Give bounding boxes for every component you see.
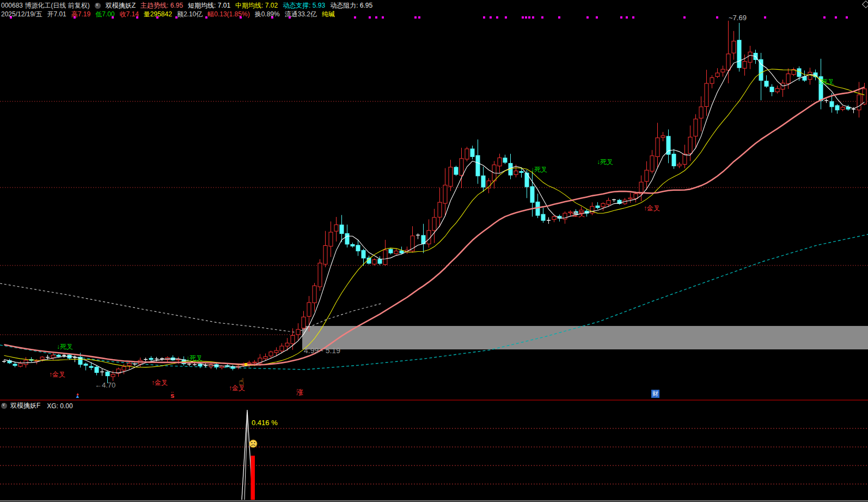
candle xyxy=(171,355,175,361)
candle xyxy=(721,65,725,76)
candle xyxy=(465,147,469,161)
candle xyxy=(334,217,338,241)
candle xyxy=(100,369,104,376)
candle xyxy=(362,249,365,265)
candle xyxy=(688,125,692,161)
candle xyxy=(427,219,431,247)
dynamic-resistance-line xyxy=(0,283,381,332)
candle xyxy=(187,363,191,366)
candle xyxy=(378,256,382,265)
candle xyxy=(323,231,327,268)
candle xyxy=(313,283,316,312)
price-band xyxy=(302,326,868,349)
candle xyxy=(569,210,572,216)
candle xyxy=(775,86,779,94)
candle xyxy=(476,140,480,184)
subpanel-header: 双模擒妖F XG: 0.00 xyxy=(1,401,73,410)
candle xyxy=(2,360,6,363)
candle xyxy=(443,168,447,216)
candle xyxy=(683,145,687,168)
candle xyxy=(421,224,425,253)
app-window: 000683 博源化工(日线 前复权)双模擒妖Z主趋势线: 6.95短期均线: … xyxy=(0,0,868,502)
candle xyxy=(808,68,812,84)
candle xyxy=(579,207,583,216)
candle xyxy=(340,215,344,242)
indicator-icon xyxy=(1,403,7,409)
chart-canvas xyxy=(0,0,868,502)
candle xyxy=(231,365,235,371)
candle xyxy=(8,359,11,364)
candle xyxy=(770,84,774,96)
candle xyxy=(759,53,763,100)
candle xyxy=(824,99,828,103)
candle xyxy=(694,114,698,148)
candle xyxy=(547,217,551,224)
candle xyxy=(792,68,796,76)
candle xyxy=(432,209,436,243)
candle xyxy=(481,167,485,192)
candle xyxy=(144,358,148,361)
candle xyxy=(835,104,839,114)
candle xyxy=(863,83,866,105)
candle xyxy=(656,123,659,167)
candle xyxy=(841,106,845,111)
candle xyxy=(182,356,186,366)
signal-bar xyxy=(251,456,255,500)
candle xyxy=(732,31,736,60)
candle xyxy=(264,354,267,361)
candle xyxy=(318,259,322,291)
candle xyxy=(710,75,714,88)
candle xyxy=(117,367,120,377)
candle xyxy=(661,132,665,141)
candle xyxy=(394,249,398,255)
candle xyxy=(106,371,109,383)
candle xyxy=(509,154,512,179)
candle xyxy=(24,357,28,367)
candle xyxy=(372,258,376,265)
candle xyxy=(95,366,99,376)
candle xyxy=(470,146,474,159)
candle xyxy=(786,68,790,89)
candle xyxy=(846,105,850,111)
candle xyxy=(748,46,752,69)
candle xyxy=(650,150,654,173)
candle xyxy=(84,362,88,370)
candle xyxy=(530,172,534,217)
candle xyxy=(596,202,600,209)
candle xyxy=(672,149,676,168)
candle xyxy=(389,248,393,255)
candle xyxy=(296,323,300,340)
candle xyxy=(667,129,670,163)
candle xyxy=(705,70,708,116)
candle xyxy=(781,80,785,97)
candle xyxy=(857,82,861,117)
candle xyxy=(765,75,768,88)
candle xyxy=(634,192,638,203)
sad-emoji-icon xyxy=(249,440,257,447)
candle xyxy=(454,166,458,176)
candle xyxy=(737,23,741,71)
candle xyxy=(541,208,545,222)
candle xyxy=(628,193,632,203)
candle xyxy=(19,361,22,367)
candle xyxy=(503,155,507,164)
candle xyxy=(498,154,502,173)
subpanel-xg-value: XG: 0.00 xyxy=(47,402,72,410)
candle xyxy=(618,199,621,205)
candle xyxy=(536,193,540,218)
candle xyxy=(590,202,594,215)
candle xyxy=(351,243,354,247)
candle xyxy=(612,199,616,202)
candle xyxy=(356,240,360,256)
candle xyxy=(149,356,153,361)
candle xyxy=(601,202,605,210)
candle xyxy=(329,221,333,257)
candle xyxy=(819,59,823,110)
candle xyxy=(716,68,719,78)
candle xyxy=(645,161,649,190)
candle xyxy=(269,350,273,358)
candle xyxy=(302,311,305,330)
candle xyxy=(460,148,463,188)
subpanel-indicator-name: 双模擒妖F xyxy=(10,401,40,410)
candle xyxy=(449,160,453,191)
